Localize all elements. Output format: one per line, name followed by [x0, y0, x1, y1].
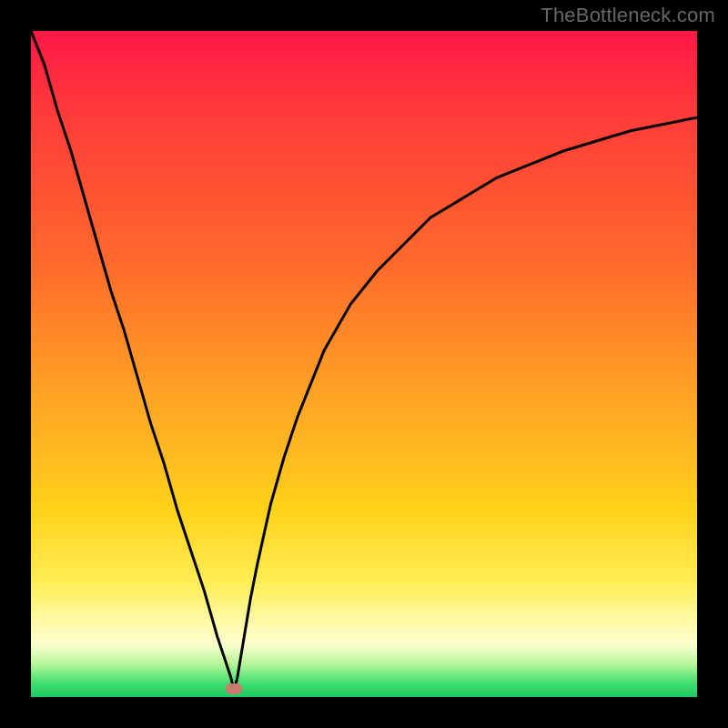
chart-frame: TheBottleneck.com	[0, 0, 728, 728]
bottleneck-curve	[31, 31, 697, 691]
watermark-text: TheBottleneck.com	[541, 4, 715, 27]
curve-svg	[31, 31, 697, 697]
minimum-marker	[226, 683, 242, 694]
